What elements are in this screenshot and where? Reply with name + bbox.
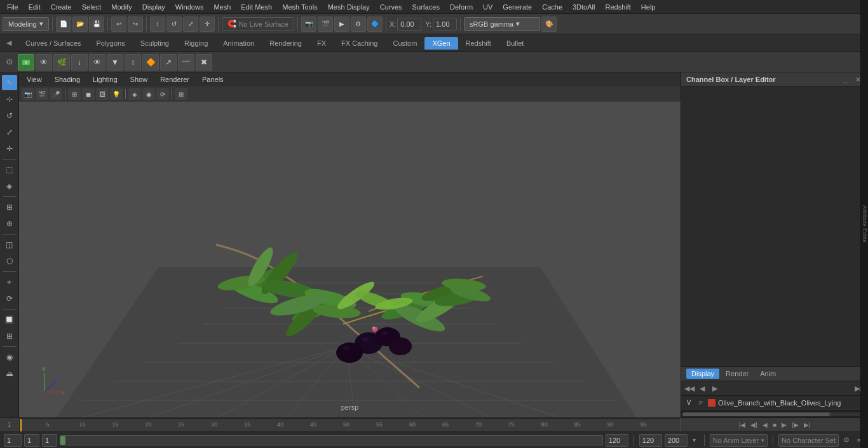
menu-help[interactable]: Help [637,2,660,12]
range-end-field[interactable]: 120 [606,434,628,447]
play-back-button[interactable]: ◀ [761,421,770,429]
current-frame-field[interactable]: 1 [4,434,22,447]
rotate-tool-button[interactable]: ↺ [166,17,182,32]
vp-menu-shading[interactable]: Shading [52,74,83,85]
menu-generate[interactable]: Generate [498,2,536,12]
menu-3dtool[interactable]: 3DtoAll [568,2,599,12]
menu-mesh-tools[interactable]: Mesh Tools [278,2,322,12]
timeline-slider[interactable] [60,435,603,445]
vp-menu-lighting[interactable]: Lighting [90,74,120,85]
render-button[interactable]: 🎬 [318,17,333,32]
tab-curves-surfaces[interactable]: Curves / Surfaces [18,37,88,50]
move-tool-button[interactable]: ↕ [150,17,165,32]
xgen-btn-3[interactable]: 🌿 [53,54,70,71]
layer-tab-render[interactable]: Render [721,369,754,379]
tab-sculpting[interactable]: Sculpting [133,37,177,50]
menu-uv[interactable]: UV [478,2,497,12]
xgen-btn-10[interactable]: 〰 [178,54,194,71]
coord-y-field[interactable]: 1.00 [433,18,457,31]
soft-select-button[interactable]: ⬚ [2,162,17,177]
vp-menu-show[interactable]: Show [128,74,151,85]
move-tool-button[interactable]: ⊹ [2,92,17,107]
tab-fx-caching[interactable]: FX Caching [334,37,385,50]
history-button[interactable]: ⟳ [2,291,17,306]
vp-textured-btn[interactable]: 🖼 [96,88,109,100]
display-mode-button[interactable]: ◫ [2,237,17,252]
coord-x-field[interactable]: 0.00 [397,18,421,31]
scale-tool-button[interactable]: ⤢ [2,125,17,140]
live-surface-button[interactable]: 🧲 No Live Surface [222,17,294,31]
layer-tab-display[interactable]: Display [686,369,719,379]
multi-tool-left-button[interactable]: ✛ [2,141,17,156]
char-set-settings-icon[interactable]: ⚙ [841,435,851,445]
select-tool-button[interactable]: ↖ [2,75,17,90]
xgen-btn-9[interactable]: ↗ [160,54,177,71]
grid-button[interactable]: ⊞ [2,329,17,344]
render-settings-button[interactable]: ⚙ [351,17,366,32]
play-forward-button[interactable]: ▶ [780,421,789,429]
ipr-button[interactable]: ▶ [334,17,349,32]
xgen-btn-8[interactable]: 🔶 [142,54,159,71]
gamma-dropdown[interactable]: sRGB gamma ▾ [464,17,540,31]
open-file-button[interactable]: 📂 [72,17,88,32]
menu-deform[interactable]: Deform [445,2,477,12]
toolbar-settings-icon[interactable]: ⚙ [3,55,17,69]
vp-smooth-btn[interactable]: ◼ [82,88,95,100]
xgen-btn-5[interactable]: 👁 [89,54,105,71]
vp-menu-panels[interactable]: Panels [200,74,226,85]
xgen-btn-11[interactable]: ✖ [196,54,212,71]
save-file-button[interactable]: 💾 [89,17,104,32]
speed-down-icon[interactable]: ▾ [690,436,699,445]
menu-mesh[interactable]: Mesh [209,2,235,12]
prev-frame-button[interactable]: ◀| [749,421,759,429]
layer-tab-anim[interactable]: Anim [755,369,781,379]
vp-camera-btn[interactable]: 📷 [22,88,34,100]
timeline-ruler[interactable]: 5 10 15 20 25 30 35 40 45 50 55 60 65 70… [19,418,681,432]
playback-speed-field[interactable]: 200 [665,434,688,447]
menu-redshift[interactable]: Redshift [600,2,635,12]
menu-mesh-display[interactable]: Mesh Display [323,2,374,12]
playback-end-field[interactable]: 120 [639,434,662,447]
menu-select[interactable]: Select [78,2,106,12]
tab-rigging[interactable]: Rigging [177,37,215,50]
cb-minimize-button[interactable]: _ [840,74,850,85]
layer-scroll-track[interactable] [682,412,867,416]
tab-bullet[interactable]: Bullet [499,37,532,50]
menu-surfaces[interactable]: Surfaces [408,2,444,12]
vp-shade-btn3[interactable]: ⟳ [156,88,169,100]
paint-button[interactable]: ◈ [2,179,17,194]
pivot-button[interactable]: ⌖ [2,275,17,290]
multi-tool-button[interactable]: ✛ [200,17,215,32]
tab-rendering[interactable]: Rendering [262,37,309,50]
menu-windows[interactable]: Windows [171,2,208,12]
layer-color-swatch[interactable] [708,399,715,407]
layer-visibility-toggle[interactable]: V [684,398,694,408]
layer-scroll-next-button[interactable]: ▶ [709,383,721,394]
anim-layer-field[interactable]: No Anim Layer ▾ [710,434,768,447]
viewport[interactable]: View Shading Lighting Show Renderer Pane… [19,72,681,417]
xgen-btn-7[interactable]: ↕ [125,54,141,71]
vp-wire-btn[interactable]: ⊞ [68,88,81,100]
rotate-tool-button[interactable]: ↺ [2,108,17,123]
menu-edit[interactable]: Edit [24,2,45,12]
vp-film-btn[interactable]: 🎬 [36,88,48,100]
xgen-btn-1[interactable]: X [18,54,34,71]
xgen-btn-6[interactable]: ▼ [107,54,123,71]
vp-mic-btn[interactable]: 🎤 [50,88,62,100]
vp-shade-btn2[interactable]: ◉ [142,88,155,100]
timeline-slider-thumb[interactable] [60,436,65,445]
menu-curves[interactable]: Curves [376,2,407,12]
timeline-area[interactable]: 1 5 10 15 20 25 30 35 40 45 50 55 60 65 … [0,417,868,431]
frame-start-field[interactable]: 1 [24,434,39,447]
layer-scroll-thumb[interactable] [682,412,830,416]
xgen-btn-2[interactable]: 👁 [36,54,52,71]
go-end-button[interactable]: ▶| [802,421,813,429]
new-file-button[interactable]: 📄 [56,17,71,32]
tab-animation[interactable]: Animation [215,37,262,50]
vp-menu-renderer[interactable]: Renderer [158,74,192,85]
xgen-btn-4[interactable]: ↓ [71,54,88,71]
menu-edit-mesh[interactable]: Edit Mesh [236,2,276,12]
isolate-button[interactable]: 🔲 [2,312,17,327]
tab-custom[interactable]: Custom [386,37,425,50]
frame-end-input[interactable]: 1 [42,434,57,447]
